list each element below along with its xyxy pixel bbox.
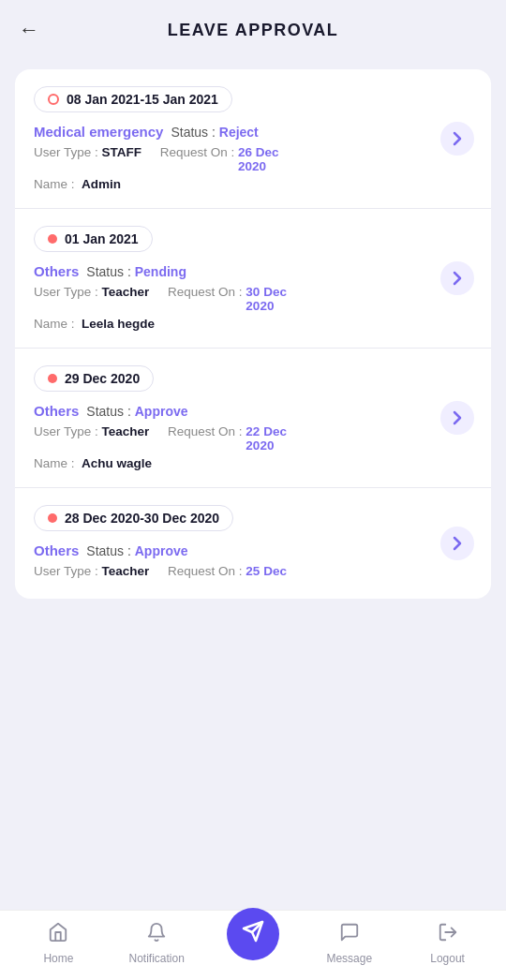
nav-notification[interactable]: Notification	[128, 922, 185, 965]
status-value: Pending	[135, 264, 186, 279]
card-row-usertype-request: User Type : Teacher Request On : 30 Dec2…	[34, 285, 472, 313]
notification-icon	[146, 922, 167, 948]
page-title: LEAVE APPROVAL	[19, 21, 487, 40]
request-on-value: 30 Dec2020	[246, 285, 287, 313]
nav-message[interactable]: Message	[321, 922, 378, 965]
request-on-label: Request On :	[156, 145, 238, 159]
notification-label: Notification	[129, 952, 185, 965]
card-row-name: Name : Admin	[34, 177, 472, 191]
card-row-usertype-request: User Type : Teacher Request On : 22 Dec2…	[34, 424, 472, 453]
date-text: 08 Jan 2021-15 Jan 2021	[67, 92, 218, 107]
date-badge: 01 Jan 2021	[34, 226, 153, 252]
card-section: 08 Jan 2021-15 Jan 2021 Medical emergenc…	[15, 69, 491, 208]
dot-solid-icon	[48, 234, 57, 244]
request-on-label: Request On :	[164, 285, 246, 299]
card-row-type-status: Others Status : Pending	[34, 263, 472, 279]
chevron-button[interactable]	[440, 401, 474, 435]
card-row-type-status: Medical emergency Status : Reject	[34, 124, 472, 140]
date-badge: 29 Dec 2020	[34, 365, 154, 392]
status-text: Status : Pending	[86, 264, 186, 279]
user-type-label: User Type :	[34, 564, 102, 578]
card-row-usertype-request: User Type : Teacher Request On : 25 Dec	[34, 564, 472, 578]
name-value: Admin	[82, 177, 121, 191]
dot-outline-icon	[48, 94, 59, 105]
bottom-nav: Home Notification Message	[0, 910, 506, 980]
card-row-type-status: Others Status : Approve	[34, 403, 472, 419]
back-button[interactable]: ←	[19, 18, 39, 42]
request-on-value: 25 Dec	[246, 564, 287, 578]
main-content: 08 Jan 2021-15 Jan 2021 Medical emergenc…	[0, 60, 506, 674]
name-value: Leela hegde	[82, 317, 155, 331]
name-label: Name :	[34, 177, 78, 191]
date-text: 01 Jan 2021	[65, 231, 139, 246]
card-section: 28 Dec 2020-30 Dec 2020 Others Status : …	[15, 488, 491, 599]
name-label: Name :	[34, 317, 78, 331]
chevron-button[interactable]	[440, 122, 474, 156]
user-type-label: User Type :	[34, 285, 102, 299]
card-row-type-status: Others Status : Approve	[34, 542, 472, 558]
status-value: Reject	[219, 125, 259, 140]
cards-wrapper: 08 Jan 2021-15 Jan 2021 Medical emergenc…	[15, 69, 491, 599]
name-value: Achu wagle	[82, 456, 152, 470]
request-on-value: 22 Dec2020	[246, 424, 287, 453]
request-on-label: Request On :	[164, 564, 246, 578]
date-text: 28 Dec 2020-30 Dec 2020	[65, 511, 219, 526]
dot-solid-icon	[48, 374, 57, 383]
chevron-button[interactable]	[440, 527, 474, 560]
status-value: Approve	[135, 404, 188, 419]
date-badge: 28 Dec 2020-30 Dec 2020	[34, 505, 233, 531]
card-row-name: Name : Achu wagle	[34, 456, 472, 470]
send-icon	[242, 920, 264, 948]
user-type-value: Teacher	[102, 285, 150, 299]
user-type-label: User Type :	[34, 424, 102, 438]
card-row-usertype-request: User Type : STAFF Request On : 26 Dec202…	[34, 145, 472, 173]
user-type-value: STAFF	[102, 145, 142, 159]
status-text: Status : Approve	[86, 404, 187, 419]
nav-home[interactable]: Home	[30, 922, 86, 965]
dot-solid-icon	[48, 513, 57, 523]
name-label: Name :	[34, 456, 78, 470]
leave-type: Others	[34, 403, 79, 419]
status-text: Status : Approve	[86, 543, 187, 558]
date-badge: 08 Jan 2021-15 Jan 2021	[34, 86, 232, 112]
logout-icon	[438, 922, 458, 948]
card-section: 29 Dec 2020 Others Status : Approve User…	[15, 349, 491, 487]
logout-label: Logout	[430, 952, 465, 965]
message-label: Message	[326, 952, 372, 965]
user-type-value: Teacher	[102, 424, 150, 438]
date-text: 29 Dec 2020	[65, 371, 140, 386]
request-on-value: 26 Dec2020	[238, 145, 279, 173]
status-value: Approve	[135, 543, 188, 558]
leave-type: Medical emergency	[34, 124, 163, 140]
header: ← LEAVE APPROVAL	[0, 0, 506, 60]
status-text: Status : Reject	[171, 125, 258, 140]
card-section: 01 Jan 2021 Others Status : Pending User…	[15, 209, 491, 348]
leave-type: Others	[34, 263, 79, 279]
message-icon	[339, 922, 360, 948]
nav-logout[interactable]: Logout	[420, 922, 476, 965]
home-label: Home	[43, 952, 73, 965]
home-icon	[48, 922, 68, 948]
request-on-label: Request On :	[164, 424, 246, 438]
chevron-button[interactable]	[440, 261, 474, 295]
user-type-value: Teacher	[102, 564, 150, 578]
leave-type: Others	[34, 542, 79, 558]
nav-center-button[interactable]	[227, 908, 279, 960]
user-type-label: User Type :	[34, 145, 102, 159]
card-row-name: Name : Leela hegde	[34, 317, 472, 331]
